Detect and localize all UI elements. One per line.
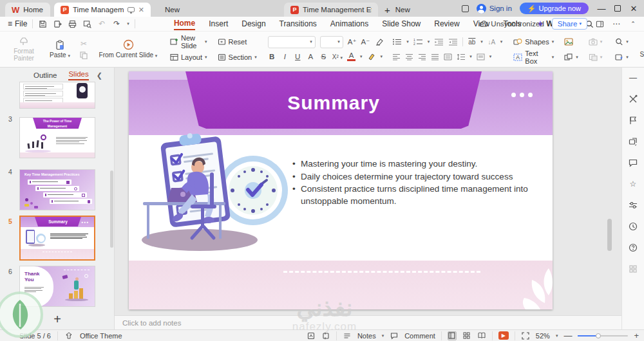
new-tab-button[interactable]: + New xyxy=(384,3,410,17)
paste-button[interactable]: Paste ▾ xyxy=(43,34,77,65)
merge-windows-icon[interactable] xyxy=(462,5,469,12)
superscript-button[interactable]: X² ▾ xyxy=(332,53,343,60)
character-spacing-button[interactable]: A xyxy=(307,53,315,60)
apps-grid-icon[interactable] xyxy=(628,264,638,274)
underline-button[interactable]: U xyxy=(294,53,302,60)
format-painter-button[interactable]: Format Painter xyxy=(7,34,41,65)
print-icon[interactable] xyxy=(68,19,77,28)
sidebar-scrollbar[interactable] xyxy=(110,170,113,248)
tab-slides[interactable]: Slides xyxy=(68,70,88,80)
font-color-button[interactable]: A xyxy=(347,52,355,61)
sidebar-note-icon[interactable] xyxy=(595,19,604,28)
highlight-dropdown[interactable]: ▾ xyxy=(381,54,383,59)
print-preview-icon[interactable] xyxy=(82,19,91,28)
zoom-slider-knob[interactable] xyxy=(596,333,601,338)
beautify-theme-icon[interactable] xyxy=(628,115,638,125)
slideshow-play-button[interactable]: ▶ xyxy=(498,331,509,340)
share-button[interactable]: Share ▾ xyxy=(552,18,587,30)
tab-new[interactable]: New xyxy=(158,3,186,17)
strikethrough-button[interactable]: S xyxy=(319,53,328,60)
transition-pane-icon[interactable] xyxy=(628,136,638,147)
clear-format-icon[interactable] xyxy=(374,37,383,46)
bold-button[interactable]: B xyxy=(268,53,276,60)
normal-view-icon[interactable] xyxy=(448,331,457,340)
insert-picture-button[interactable] xyxy=(562,35,580,48)
zoom-in-button[interactable]: + xyxy=(634,331,639,340)
export-share-button[interactable]: ▾ xyxy=(613,51,630,64)
find-replace-button[interactable]: ▾ xyxy=(613,35,630,48)
arrange-button[interactable]: ▾ xyxy=(562,51,580,64)
theme-name[interactable]: Office Theme xyxy=(80,332,122,340)
line-spacing-button[interactable] xyxy=(457,53,465,60)
comment-label[interactable]: Comment xyxy=(404,332,435,340)
present-mode-icon[interactable] xyxy=(128,7,135,12)
notes-dropdown-icon[interactable]: ▾ xyxy=(382,333,384,338)
zoom-level[interactable]: 52% xyxy=(536,332,550,340)
bullets-button[interactable] xyxy=(392,38,402,46)
collapse-rail-icon[interactable]: — xyxy=(628,73,638,83)
tab-pdf[interactable]: P Time Management Effectively.pdf xyxy=(284,3,378,17)
tab-ribbon-insert[interactable]: Insert xyxy=(209,18,228,30)
text-box-button[interactable]: A Text Box▾ xyxy=(511,51,556,64)
tab-ribbon-design[interactable]: Design xyxy=(242,18,265,30)
increase-indent-button[interactable] xyxy=(448,38,458,46)
slide-title-banner[interactable]: Summary xyxy=(185,71,482,129)
screenshot-button[interactable]: ▾ xyxy=(587,35,605,48)
distribute-button[interactable] xyxy=(444,53,452,60)
switch-window-icon[interactable] xyxy=(321,331,330,340)
notes-toggle-label[interactable]: Notes xyxy=(357,332,376,340)
restore-button[interactable] xyxy=(614,5,621,12)
highlight-color-icon[interactable] xyxy=(367,52,376,61)
undo-icon[interactable]: ↶ xyxy=(97,19,106,28)
tab-ribbon-transitions[interactable]: Transitions xyxy=(279,18,317,30)
tab-document-active[interactable]: P Time Management Effectively ✕ xyxy=(54,3,151,17)
options-sliders-icon[interactable] xyxy=(628,200,638,210)
shapes-button[interactable]: Shapes▾ xyxy=(511,35,556,48)
quickbar-dropdown-icon[interactable]: ▾ xyxy=(127,21,129,26)
cut-icon[interactable]: ✂ xyxy=(79,39,88,48)
export-icon[interactable] xyxy=(53,19,62,28)
vertical-text-button[interactable]: ↓A xyxy=(488,39,496,46)
close-window-button[interactable]: ✕ xyxy=(629,4,639,14)
zoom-slider[interactable] xyxy=(578,335,628,336)
slide-thumbnail-5-selected[interactable]: Summary ●●● xyxy=(19,216,95,261)
align-center-button[interactable] xyxy=(405,53,413,60)
notes-toggle-icon[interactable] xyxy=(343,331,352,340)
from-current-slide-button[interactable]: From Current Slide ▾ xyxy=(97,34,159,65)
tab-ribbon-home[interactable]: Home xyxy=(174,17,195,30)
tab-ribbon-review[interactable]: Review xyxy=(434,18,459,30)
reset-button[interactable]: Reset xyxy=(216,35,259,48)
section-button[interactable]: Section▾ xyxy=(216,51,259,64)
notes-bar[interactable]: Click to add notes xyxy=(115,315,621,329)
quick-tools-icon[interactable] xyxy=(628,94,638,104)
tab-outline[interactable]: Outline xyxy=(33,71,57,79)
zoom-out-button[interactable]: — xyxy=(564,331,572,340)
slide-canvas[interactable]: Summary xyxy=(129,71,553,309)
more-options-icon[interactable]: ⋯ xyxy=(612,19,621,28)
history-clock-icon[interactable] xyxy=(628,221,638,232)
slide-thumbnail-4[interactable]: Key Time Management Practices xyxy=(19,169,95,210)
collapse-panel-icon[interactable]: ❮ xyxy=(97,71,102,80)
decrease-indent-button[interactable] xyxy=(434,38,444,46)
minimize-button[interactable]: — xyxy=(596,4,607,14)
slide-bullet-list[interactable]: Mastering your time is mastering your de… xyxy=(291,158,531,208)
align-left-button[interactable] xyxy=(392,53,401,60)
italic-button[interactable]: I xyxy=(281,53,289,60)
help-icon[interactable] xyxy=(628,243,638,253)
layout-button[interactable]: Layout▾ xyxy=(168,51,209,64)
student-tools-button[interactable]: Student Tools xyxy=(639,34,644,65)
comment-icon[interactable] xyxy=(390,331,399,340)
zoom-dropdown-icon[interactable]: ▾ xyxy=(556,333,558,338)
collapse-ribbon-icon[interactable]: ⌃ xyxy=(629,19,638,28)
numbering-button[interactable]: 12 xyxy=(413,38,423,46)
font-family-select[interactable]: ▾ xyxy=(268,36,316,48)
sync-status[interactable]: Unsynchronized xyxy=(479,20,544,28)
favorites-star-icon[interactable]: ☆ xyxy=(628,179,638,189)
time-management-illustration[interactable] xyxy=(134,127,295,253)
reading-view-icon[interactable] xyxy=(477,331,486,340)
slide-thumbnail-2[interactable] xyxy=(19,82,95,109)
tab-ribbon-animations[interactable]: Animations xyxy=(330,18,368,30)
redo-icon[interactable]: ↷ xyxy=(112,19,121,28)
justify-button[interactable] xyxy=(431,53,439,60)
text-align-options-button[interactable] xyxy=(477,53,485,60)
